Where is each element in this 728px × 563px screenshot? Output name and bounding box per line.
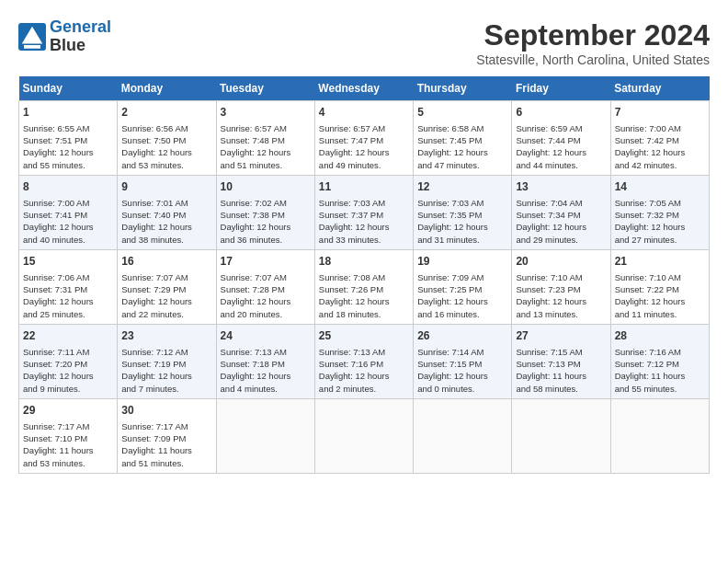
day-number: 10 [221,179,311,195]
day-info: Sunset: 7:44 PM [516,134,606,146]
day-info: and 53 minutes. [121,159,211,171]
day-number: 6 [516,105,606,121]
day-info: Sunset: 7:47 PM [319,134,409,146]
day-number: 19 [417,254,507,270]
weekday-header: Thursday [414,76,512,101]
day-info: Sunset: 7:42 PM [615,134,705,146]
day-info: and 36 minutes. [221,234,311,246]
weekday-header: Sunday [19,76,118,101]
day-number: 18 [319,254,409,270]
day-info: Sunset: 7:25 PM [417,283,507,295]
day-info: Sunrise: 7:06 AM [23,271,113,283]
weekday-header: Wednesday [314,76,413,101]
calendar-empty-cell [216,398,314,473]
day-info: Sunset: 7:22 PM [615,283,705,295]
day-info: and 4 minutes. [221,383,311,395]
day-info: and 55 minutes. [615,383,705,395]
calendar-table: SundayMondayTuesdayWednesdayThursdayFrid… [18,76,710,474]
calendar-empty-cell [414,398,512,473]
calendar-day-cell: 25Sunrise: 7:13 AMSunset: 7:16 PMDayligh… [314,324,413,398]
day-info: Sunrise: 7:13 AM [319,346,409,358]
day-info: Sunrise: 7:07 AM [121,271,211,283]
day-info: Daylight: 12 hours [121,221,211,233]
day-number: 24 [221,328,311,344]
calendar-empty-cell [314,398,413,473]
day-info: Sunrise: 7:03 AM [417,197,507,209]
day-info: Sunset: 7:41 PM [23,209,113,221]
day-info: and 51 minutes. [121,457,211,469]
calendar-day-cell: 21Sunrise: 7:10 AMSunset: 7:22 PMDayligh… [610,249,709,324]
day-info: Daylight: 12 hours [516,295,606,307]
day-info: Sunrise: 7:00 AM [23,197,113,209]
day-info: Sunrise: 6:55 AM [23,122,113,134]
day-info: Sunrise: 7:13 AM [221,346,311,358]
day-info: Sunset: 7:18 PM [221,358,311,370]
calendar-day-cell: 11Sunrise: 7:03 AMSunset: 7:37 PMDayligh… [314,175,413,249]
day-info: Sunrise: 7:00 AM [615,122,705,134]
day-info: Sunrise: 6:56 AM [121,122,211,134]
day-info: Daylight: 12 hours [23,295,113,307]
calendar-day-cell: 27Sunrise: 7:15 AMSunset: 7:13 PMDayligh… [512,324,610,398]
day-info: and 58 minutes. [516,383,606,395]
day-info: Sunset: 7:23 PM [516,283,606,295]
calendar-week-row: 8Sunrise: 7:00 AMSunset: 7:41 PMDaylight… [19,175,710,249]
calendar-day-cell: 15Sunrise: 7:06 AMSunset: 7:31 PMDayligh… [19,249,118,324]
day-number: 22 [23,328,113,344]
day-info: Daylight: 11 hours [23,444,113,456]
day-info: Daylight: 12 hours [319,146,409,158]
calendar-week-row: 1Sunrise: 6:55 AMSunset: 7:51 PMDaylight… [19,101,710,176]
day-info: Daylight: 12 hours [121,146,211,158]
day-info: and 29 minutes. [516,234,606,246]
day-info: Sunset: 7:38 PM [221,209,311,221]
day-info: Sunrise: 6:57 AM [319,122,409,134]
calendar-day-cell: 7Sunrise: 7:00 AMSunset: 7:42 PMDaylight… [610,101,709,176]
day-number: 26 [417,328,507,344]
day-info: Daylight: 12 hours [221,370,311,382]
day-info: Daylight: 12 hours [121,370,211,382]
day-info: and 25 minutes. [23,308,113,320]
day-info: Sunset: 7:19 PM [121,358,211,370]
day-info: and 38 minutes. [121,234,211,246]
day-info: and 18 minutes. [319,308,409,320]
calendar-day-cell: 16Sunrise: 7:07 AMSunset: 7:29 PMDayligh… [118,249,216,324]
weekday-header: Saturday [610,76,709,101]
page-header: General Blue September 2024 Statesville,… [18,18,710,67]
day-info: Sunset: 7:31 PM [23,283,113,295]
day-info: and 44 minutes. [516,159,606,171]
calendar-day-cell: 8Sunrise: 7:00 AMSunset: 7:41 PMDaylight… [19,175,118,249]
month-title: September 2024 [476,18,710,52]
day-info: Daylight: 12 hours [615,295,705,307]
day-info: and 42 minutes. [615,159,705,171]
calendar-day-cell: 13Sunrise: 7:04 AMSunset: 7:34 PMDayligh… [512,175,610,249]
day-info: Daylight: 12 hours [417,370,507,382]
day-info: Sunset: 7:37 PM [319,209,409,221]
day-info: Daylight: 12 hours [516,221,606,233]
day-info: Daylight: 12 hours [516,146,606,158]
day-info: and 0 minutes. [417,383,507,395]
svg-rect-2 [24,45,40,49]
calendar-empty-cell [610,398,709,473]
calendar-day-cell: 6Sunrise: 6:59 AMSunset: 7:44 PMDaylight… [512,101,610,176]
day-number: 1 [23,105,113,121]
day-info: Daylight: 11 hours [516,370,606,382]
day-info: Daylight: 12 hours [221,221,311,233]
day-number: 29 [23,403,113,419]
day-info: Daylight: 12 hours [319,370,409,382]
day-info: Daylight: 12 hours [417,146,507,158]
day-info: Daylight: 12 hours [417,295,507,307]
day-info: Sunset: 7:50 PM [121,134,211,146]
day-info: Daylight: 12 hours [23,221,113,233]
calendar-day-cell: 19Sunrise: 7:09 AMSunset: 7:25 PMDayligh… [414,249,512,324]
day-number: 8 [23,179,113,195]
day-info: Sunrise: 7:14 AM [417,346,507,358]
day-info: and 49 minutes. [319,159,409,171]
day-info: Daylight: 12 hours [319,295,409,307]
day-info: Sunset: 7:48 PM [221,134,311,146]
day-info: Sunset: 7:26 PM [319,283,409,295]
day-info: and 2 minutes. [319,383,409,395]
day-number: 16 [121,254,211,270]
calendar-day-cell: 18Sunrise: 7:08 AMSunset: 7:26 PMDayligh… [314,249,413,324]
day-number: 14 [615,179,705,195]
calendar-day-cell: 3Sunrise: 6:57 AMSunset: 7:48 PMDaylight… [216,101,314,176]
calendar-day-cell: 1Sunrise: 6:55 AMSunset: 7:51 PMDaylight… [19,101,118,176]
